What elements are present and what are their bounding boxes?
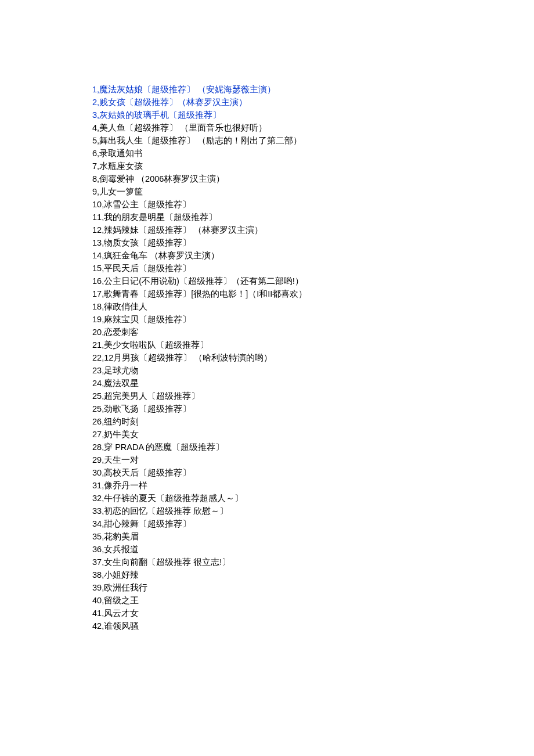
list-item[interactable]: 2,贱女孩〔超级推荐〕（林赛罗汉主演） (92, 96, 534, 109)
list-item[interactable]: 3,灰姑娘的玻璃手机〔超级推荐〕 (92, 109, 534, 121)
document-page: 1,魔法灰姑娘〔超级推荐〕 （安妮海瑟薇主演）2,贱女孩〔超级推荐〕（林赛罗汉主… (0, 0, 534, 632)
list-item: 35,花豹美眉 (92, 530, 534, 543)
list-item: 33,初恋的回忆〔超级推荐 欣慰～〕 (92, 505, 534, 517)
list-item: 30,高校天后〔超级推荐〕 (92, 466, 534, 479)
list-item: 36,女兵报道 (92, 543, 534, 556)
list-item: 37,女生向前翻〔超级推荐 很立志!〕 (92, 556, 534, 568)
list-item: 17,歌舞青春〔超级推荐〕[很热的电影！]（I和II都喜欢） (92, 287, 534, 300)
list-item: 40,留级之王 (92, 594, 534, 607)
list-item: 12,辣妈辣妹〔超级推荐〕 （林赛罗汉主演） (92, 224, 534, 236)
list-item: 25,超完美男人〔超级推荐〕 (92, 390, 534, 402)
list-item: 14,疯狂金龟车 （林赛罗汉主演） (92, 249, 534, 262)
list-item: 19,麻辣宝贝〔超级推荐〕 (92, 313, 534, 326)
list-item: 27,奶牛美女 (92, 428, 534, 441)
list-item: 9,儿女一箩筐 (92, 185, 534, 198)
list-item: 34,甜心辣舞〔超级推荐〕 (92, 517, 534, 530)
list-item: 31,像乔丹一样 (92, 479, 534, 492)
list-item: 13,物质女孩〔超级推荐〕 (92, 236, 534, 249)
list-item: 22,12月男孩〔超级推荐〕 （哈利波特演的哟） (92, 351, 534, 364)
list-item: 26,纽约时刻 (92, 415, 534, 428)
list-item: 10,冰雪公主〔超级推荐〕 (92, 198, 534, 211)
list-item[interactable]: 1,魔法灰姑娘〔超级推荐〕 （安妮海瑟薇主演） (92, 83, 534, 96)
list-item: 7,水瓶座女孩 (92, 160, 534, 172)
list-item: 32,牛仔裤的夏天〔超级推荐超感人～〕 (92, 492, 534, 505)
list-item: 25,劲歌飞扬〔超级推荐〕 (92, 402, 534, 415)
list-item: 39,欧洲任我行 (92, 581, 534, 594)
list-item: 11,我的朋友是明星〔超级推荐〕 (92, 211, 534, 224)
list-item: 28,穿 PRADA 的恶魔〔超级推荐〕 (92, 441, 534, 453)
list-item: 4,美人鱼〔超级推荐〕 （里面音乐也很好听） (92, 121, 534, 134)
list-item: 15,平民天后〔超级推荐〕 (92, 262, 534, 275)
list-item: 29,天生一对 (92, 453, 534, 466)
list-item: 41,风云才女 (92, 607, 534, 620)
list-item: 6,录取通知书 (92, 147, 534, 160)
list-item: 8,倒霉爱神 （2006林赛罗汉主演） (92, 172, 534, 185)
list-item: 18,律政俏佳人 (92, 300, 534, 313)
list-item: 16,公主日记(不用说勒)〔超级推荐〕（还有第二部哟!） (92, 275, 534, 287)
list-item: 20,恋爱刺客 (92, 326, 534, 339)
list-item: 5,舞出我人生〔超级推荐〕 （励志的！刚出了第二部） (92, 134, 534, 147)
list-item: 42,谁领风骚 (92, 620, 534, 632)
list-item: 23,足球尤物 (92, 364, 534, 377)
list-item: 38,小姐好辣 (92, 568, 534, 581)
movie-list: 1,魔法灰姑娘〔超级推荐〕 （安妮海瑟薇主演）2,贱女孩〔超级推荐〕（林赛罗汉主… (92, 83, 534, 632)
list-item: 24,魔法双星 (92, 377, 534, 390)
list-item: 21,美少女啦啦队〔超级推荐〕 (92, 339, 534, 351)
